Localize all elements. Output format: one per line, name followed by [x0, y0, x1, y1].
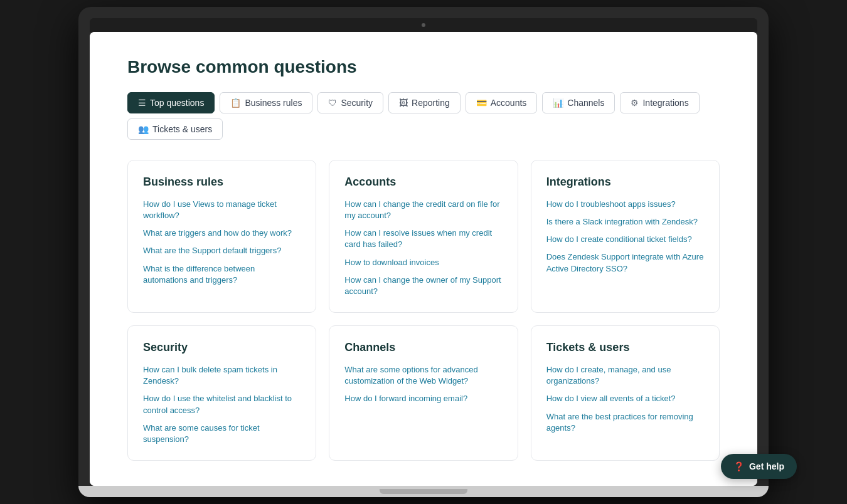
card-title-integrations: Integrations [546, 176, 704, 189]
tab-reporting[interactable]: 🖼Reporting [388, 92, 461, 113]
card-title-tickets-users: Tickets & users [546, 341, 704, 354]
tab-integrations[interactable]: ⚙Integrations [620, 92, 699, 113]
help-icon: ❓ [733, 461, 744, 471]
laptop-base [78, 486, 769, 497]
tab-label-tickets-users: Tickets & users [152, 124, 212, 134]
tabs-row: ☰Top questions📋Business rules🛡Security🖼R… [127, 92, 720, 140]
tab-label-top-questions: Top questions [150, 98, 204, 108]
tab-icon-business-rules: 📋 [230, 98, 241, 108]
laptop-notch [380, 489, 467, 494]
card-link-accounts-2[interactable]: How to download invoices [344, 257, 502, 268]
cards-grid: Business rulesHow do I use Views to mana… [127, 160, 720, 461]
card-link-business-rules-2[interactable]: What are the Support default triggers? [143, 245, 301, 256]
card-link-tickets-users-2[interactable]: What are the best practices for removing… [546, 411, 704, 434]
card-link-business-rules-3[interactable]: What is the difference between automatio… [143, 263, 301, 286]
tab-icon-accounts: 💳 [476, 98, 487, 108]
card-accounts: AccountsHow can I change the credit card… [329, 160, 518, 313]
card-link-accounts-0[interactable]: How can I change the credit card on file… [344, 199, 502, 221]
camera-bar [90, 18, 757, 32]
card-business-rules: Business rulesHow do I use Views to mana… [127, 160, 316, 313]
card-security: SecurityHow can I bulk delete spam ticke… [127, 325, 316, 461]
card-link-integrations-2[interactable]: How do I create conditional ticket field… [546, 234, 704, 245]
card-link-business-rules-0[interactable]: How do I use Views to manage ticket work… [143, 199, 301, 221]
tab-label-integrations: Integrations [642, 98, 688, 108]
card-link-tickets-users-0[interactable]: How do I create, manage, and use organiz… [546, 364, 704, 387]
card-integrations: IntegrationsHow do I troubleshoot apps i… [531, 160, 720, 313]
tab-label-channels: Channels [567, 98, 604, 108]
page-title: Browse common questions [127, 57, 720, 77]
card-tickets-users: Tickets & usersHow do I create, manage, … [531, 325, 720, 461]
laptop-frame: Browse common questions ☰Top questions📋B… [78, 7, 769, 497]
tab-label-accounts: Accounts [491, 98, 527, 108]
tab-accounts[interactable]: 💳Accounts [466, 92, 538, 113]
tab-icon-security: 🛡 [328, 98, 337, 108]
tab-icon-reporting: 🖼 [399, 98, 408, 108]
card-link-accounts-3[interactable]: How can I change the owner of my Support… [344, 275, 502, 297]
card-link-security-0[interactable]: How can I bulk delete spam tickets in Ze… [143, 364, 301, 387]
tab-icon-tickets-users: 👥 [138, 124, 149, 134]
card-link-tickets-users-1[interactable]: How do I view all events of a ticket? [546, 393, 704, 404]
card-link-security-1[interactable]: How do I use the whitelist and blacklist… [143, 393, 301, 416]
tab-icon-integrations: ⚙ [631, 98, 639, 108]
card-link-integrations-0[interactable]: How do I troubleshoot apps issues? [546, 199, 704, 210]
card-link-accounts-1[interactable]: How can I resolve issues when my credit … [344, 228, 502, 250]
camera-dot [422, 23, 425, 27]
card-title-channels: Channels [344, 341, 502, 354]
card-title-accounts: Accounts [344, 176, 502, 189]
tab-label-business-rules: Business rules [245, 98, 302, 108]
card-title-business-rules: Business rules [143, 176, 301, 189]
tab-channels[interactable]: 📊Channels [542, 92, 615, 113]
tab-tickets-users[interactable]: 👥Tickets & users [127, 118, 223, 140]
get-help-button[interactable]: ❓ Get help [721, 454, 797, 479]
card-link-channels-1[interactable]: How do I forward incoming email? [344, 393, 502, 404]
tab-label-security: Security [341, 98, 373, 108]
tab-icon-channels: 📊 [553, 98, 563, 108]
card-channels: ChannelsWhat are some options for advanc… [329, 325, 518, 461]
get-help-label: Get help [749, 461, 784, 471]
tab-business-rules[interactable]: 📋Business rules [220, 92, 312, 113]
tab-label-reporting: Reporting [412, 98, 450, 108]
card-link-business-rules-1[interactable]: What are triggers and how do they work? [143, 228, 301, 239]
card-link-integrations-1[interactable]: Is there a Slack integration with Zendes… [546, 216, 704, 228]
card-title-security: Security [143, 341, 301, 354]
tab-icon-top-questions: ☰ [138, 98, 146, 108]
card-link-integrations-3[interactable]: Does Zendesk Support integrate with Azur… [546, 251, 704, 274]
card-link-security-2[interactable]: What are some causes for ticket suspensi… [143, 423, 301, 445]
card-link-channels-0[interactable]: What are some options for advanced custo… [344, 364, 502, 387]
tab-top-questions[interactable]: ☰Top questions [127, 92, 215, 113]
laptop-screen: Browse common questions ☰Top questions📋B… [90, 32, 757, 486]
content-area: Browse common questions ☰Top questions📋B… [90, 32, 757, 486]
tab-security[interactable]: 🛡Security [317, 92, 383, 113]
